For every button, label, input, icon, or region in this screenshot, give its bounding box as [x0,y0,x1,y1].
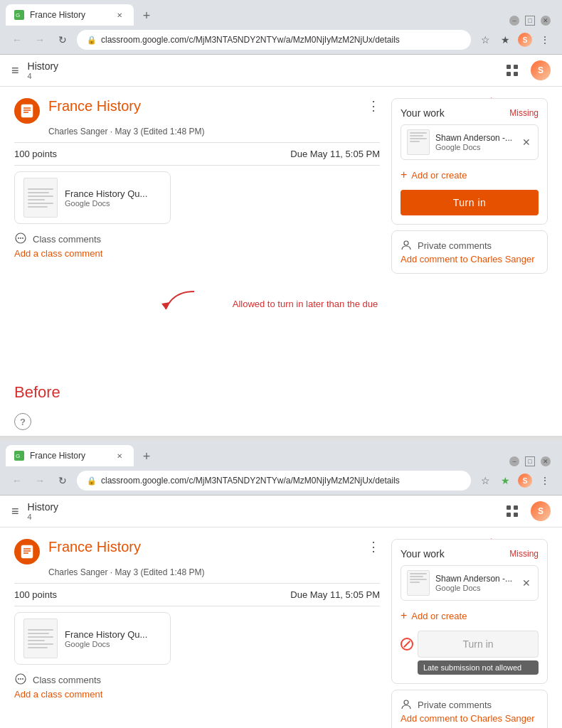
apps-button[interactable] [502,60,522,80]
url-bar[interactable]: 🔒 classroom.google.com/c/MjM3NTA5NDY2NTY… [77,30,471,50]
bookmark-star-button[interactable]: ★ [497,31,514,48]
points-text-after: 100 points [14,589,57,600]
svg-rect-24 [21,545,33,558]
active-tab-after[interactable]: G France History ✕ [6,445,134,466]
doc-line-2 [28,192,49,193]
active-tab[interactable]: G France History ✕ [6,4,134,26]
tooltip-container: Late submission not allowed [401,660,539,675]
turn-in-button-after: Turn in [418,631,539,658]
doc-line-6a [28,647,48,648]
svg-text:G: G [16,12,20,18]
assignment-title-after-text: France History [48,539,141,555]
menu-button[interactable]: ⋮ [536,31,553,48]
profile-icon-after[interactable]: S [516,472,534,489]
main-layout-before: France History ⋮ Charles Sanger · May 3 … [0,87,562,285]
help-icon-before[interactable]: ? [14,413,31,430]
maximize-button[interactable]: □ [525,16,535,26]
back-button[interactable]: ← [9,31,26,48]
minimize-button[interactable]: – [509,16,519,26]
lock-icon: 🔒 [87,36,97,45]
apps-button-after[interactable] [502,501,522,521]
add-comment-link[interactable]: Add a class comment [14,248,102,259]
browser-chrome: G France History ✕ + – □ ✕ ← → ↻ 🔒 class… [0,0,562,55]
close-window-button-after[interactable]: ✕ [541,456,551,466]
new-tab-button[interactable]: + [137,6,157,26]
assignment-title: France History [48,98,141,114]
browser-chrome-after: G France History ✕ + – □ ✕ ← → ↻ 🔒 class… [0,441,562,496]
assignment-title-row-after: France History ⋮ [14,539,380,564]
comments-row: Class comments [14,232,380,245]
refresh-button-after[interactable]: ↻ [54,472,71,489]
main-layout-after: France History ⋮ Charles Sanger · May 3 … [0,528,562,728]
add-create-row-before[interactable]: + Add or create [401,166,539,184]
add-private-comment-link-before[interactable]: Add comment to Charles Sanger [401,254,535,264]
svg-rect-23 [514,513,518,517]
add-create-label-before: Add or create [411,170,467,181]
more-options-button-after[interactable]: ⋮ [367,539,380,555]
doc-attachment[interactable]: France History Qu... Google Docs [14,171,171,224]
address-bar-after: ← → ↻ 🔒 classroom.google.com/c/MjM3NTA5N… [0,466,562,495]
menu-icon-after[interactable]: ≡ [11,504,19,519]
work-card-header-after: Your work Missing [401,548,539,560]
points-due-row-after: 100 points Due May 11, 5:05 PM [14,589,380,600]
bookmark-button-after[interactable]: ☆ [477,472,494,489]
menu-icon[interactable]: ≡ [11,63,19,78]
annotation-before-container: Allowed to turn in later than the due [0,285,562,322]
avatar-after[interactable]: S [531,501,551,521]
private-comments-title: Private comments [418,240,492,251]
assignment-meta: Charles Sanger · May 3 (Edited 1:48 PM) [48,127,380,136]
top-navigation-after: ≡ History 4 S [0,496,562,528]
profile-icon[interactable]: S [516,31,534,48]
more-options-button[interactable]: ⋮ [367,98,380,114]
minimize-button-after[interactable]: – [509,456,519,466]
close-window-button[interactable]: ✕ [541,16,551,26]
divider-2-after [14,606,380,606]
forward-button[interactable]: → [31,31,48,48]
bookmark-filled-after[interactable]: ★ [497,472,514,489]
tab-close-button[interactable]: ✕ [114,9,125,21]
assignment-icon [14,98,40,124]
address-bar: ← → ↻ 🔒 classroom.google.com/c/MjM3NTA5N… [0,26,562,54]
doc-line-1 [28,188,53,190]
private-comments-card-before: Private comments Add comment to Charles … [391,230,548,274]
url-bar-after[interactable]: 🔒 classroom.google.com/c/MjM3NTA5NDY2NTY… [77,471,471,491]
turn-in-button-before[interactable]: Turn in [401,190,539,215]
assignment-title-row: France History ⋮ [14,98,380,124]
add-private-comment-link-after[interactable]: Add comment to Charles Sanger [401,713,535,724]
submitted-doc-row-after: Shawn Anderson -... Google Docs ✕ [401,565,539,601]
svg-rect-6 [21,105,33,117]
private-comments-icon [401,240,412,251]
doc-mini-thumbnail-after [407,570,430,596]
comments-label-after: Class comments [33,675,101,685]
svg-point-29 [18,678,19,680]
comments-icon-after [14,673,27,686]
tab-close-button-after[interactable]: ✕ [114,450,125,461]
comments-icon [14,232,27,245]
add-comment-link-after[interactable]: Add a class comment [14,689,102,700]
refresh-button[interactable]: ↻ [54,31,71,48]
menu-button-after[interactable]: ⋮ [536,472,553,489]
divider-2 [14,165,380,166]
svg-point-31 [22,678,23,680]
add-create-row-after[interactable]: + Add or create [401,606,539,625]
doc-attachment-after[interactable]: France History Qu... Google Docs [14,612,171,665]
avatar[interactable]: S [531,60,551,80]
plus-icon-after: + [401,609,407,622]
remove-doc-button-before[interactable]: ✕ [521,135,532,149]
back-button-after[interactable]: ← [9,472,26,489]
no-symbol-icon [401,638,413,651]
new-tab-button-after[interactable]: + [137,446,157,466]
screenshot-after: G France History ✕ + – □ ✕ ← → ↻ 🔒 class… [0,438,562,728]
turn-in-disabled-container: Turn in Late submission not allowed [401,631,539,675]
forward-button-after[interactable]: → [31,472,48,489]
tab-title: France History [30,10,108,20]
svg-rect-21 [514,505,518,510]
remove-doc-button-after[interactable]: ✕ [521,576,532,590]
nav-title-after-text: History [28,501,494,513]
maximize-button-after[interactable]: □ [525,456,535,466]
bookmark-button[interactable]: ☆ [477,31,494,48]
plus-icon-before: + [401,168,407,181]
svg-rect-2 [507,65,511,69]
doc-app-before: Google Docs [435,143,515,151]
nav-right-buttons: ☆ ★ S ⋮ [477,31,553,48]
